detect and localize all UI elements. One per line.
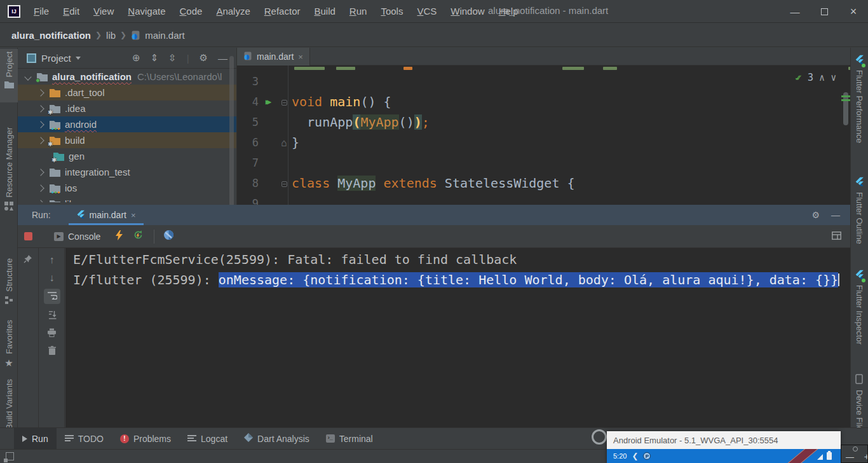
toolbar-tab-dart-analysis[interactable]: Dart Analysis <box>236 428 318 450</box>
project-panel-title[interactable]: Project <box>41 53 71 64</box>
code-editor[interactable]: 3 4 ▶▶ void main() { 5 runApp(MyApp()); … <box>237 66 850 205</box>
breadcrumb-file[interactable]: main.dart <box>145 30 185 41</box>
run-main-gutter-icon[interactable]: ▶▶ <box>259 97 276 106</box>
toolbar-tab-todo[interactable]: TODO <box>57 428 112 450</box>
close-icon[interactable]: × <box>298 52 303 62</box>
close-button[interactable]: × <box>839 0 868 23</box>
dart-devtools-icon[interactable] <box>163 230 174 243</box>
stripe-tab-flutter-inspector[interactable]: Flutter Inspector <box>850 270 868 345</box>
chevron-right-icon[interactable] <box>37 137 44 144</box>
tool-window-toggler-icon[interactable] <box>6 452 14 460</box>
inspections-widget[interactable]: ✓✓ 3 ∧ ∨ <box>795 72 836 83</box>
soft-wrap-icon[interactable] <box>44 289 60 304</box>
print-icon[interactable] <box>47 328 57 340</box>
tree-item-lib[interactable]: lib <box>18 196 236 202</box>
layout-settings-icon[interactable] <box>832 231 841 242</box>
hide-panel-icon[interactable]: — <box>831 210 840 220</box>
menu-build[interactable]: Build <box>307 1 342 21</box>
locate-file-icon[interactable]: ⊕ <box>132 52 140 64</box>
stripe-tab-structure[interactable]: Structure <box>0 258 18 305</box>
next-problem-icon[interactable]: ∨ <box>831 72 836 83</box>
editor-tab-label: main.dart <box>257 52 294 62</box>
stripe-tab-flutter-performance[interactable]: Flutter Performance <box>850 55 868 143</box>
maximize-button[interactable] <box>810 0 839 23</box>
editor-tab-main-dart[interactable]: main.dart × <box>237 48 310 66</box>
tree-item-integration-test[interactable]: integration_test <box>18 164 236 180</box>
menu-run[interactable]: Run <box>342 1 374 21</box>
zoom-reset-icon[interactable] <box>853 446 858 452</box>
menu-edit[interactable]: Edit <box>56 1 86 21</box>
tree-item-idea[interactable]: ✱ .idea <box>18 100 236 116</box>
up-arrow-icon[interactable]: ↑ <box>50 254 55 266</box>
clipped-code-line <box>336 67 355 70</box>
stripe-tab-favorites[interactable]: Favorites ★ <box>0 320 18 369</box>
line-number: 6 <box>237 136 259 149</box>
menu-tools[interactable]: Tools <box>374 1 410 21</box>
toolbar-tab-terminal[interactable]: ›_ Terminal <box>318 428 381 450</box>
stripe-tab-project[interactable]: Project <box>0 49 18 102</box>
chevron-right-icon[interactable] <box>37 89 44 96</box>
run-tab-main-dart[interactable]: main.dart × <box>69 205 144 225</box>
left-tool-stripe <box>0 48 18 427</box>
tree-item-android[interactable]: android <box>18 116 236 132</box>
toolbar-tab-run[interactable]: Run <box>14 428 57 450</box>
stripe-tab-resource-manager[interactable]: Resource Manager <box>0 127 18 211</box>
console-tab[interactable]: ▶ Console <box>49 232 105 242</box>
project-panel-header: Project ⊕ ⇕ ⇳ | ⚙ — <box>18 48 236 69</box>
tree-item-gen[interactable]: ✱ gen <box>18 148 236 164</box>
menu-code[interactable]: Code <box>173 1 210 21</box>
tree-item-dart-tool[interactable]: .dart_tool <box>18 85 236 100</box>
scroll-to-end-icon[interactable] <box>48 310 57 322</box>
console-tab-label: Console <box>68 232 100 242</box>
emulator-window[interactable]: Android Emulator - 5.1_WVGA_API_30:5554 … <box>607 431 841 463</box>
minimize-button[interactable]: — <box>780 0 810 23</box>
fold-icon[interactable] <box>276 96 292 108</box>
emulator-title-bar[interactable]: Android Emulator - 5.1_WVGA_API_30:5554 <box>607 431 841 449</box>
chevron-down-icon[interactable] <box>24 73 31 80</box>
stop-button[interactable] <box>24 232 32 240</box>
collapse-all-icon[interactable]: ⇳ <box>168 52 177 64</box>
menu-analyze[interactable]: Analyze <box>209 1 257 21</box>
chevron-right-icon[interactable] <box>37 105 44 112</box>
chevron-right-icon[interactable] <box>37 121 44 128</box>
menu-window[interactable]: Window <box>444 1 491 21</box>
chevron-right-icon[interactable] <box>37 184 44 191</box>
chevron-right-icon[interactable] <box>37 169 44 176</box>
zoom-out-icon[interactable]: — <box>846 452 854 462</box>
prev-problem-icon[interactable]: ∧ <box>819 72 825 83</box>
hide-panel-icon[interactable]: — <box>218 53 227 64</box>
gear-icon[interactable]: ⚙ <box>811 210 820 220</box>
close-icon[interactable]: × <box>131 211 136 220</box>
inspections-count: 3 <box>808 72 813 83</box>
tree-item-build[interactable]: ✱ build <box>18 132 236 148</box>
chevron-right-icon[interactable] <box>37 200 44 202</box>
tree-item-root[interactable]: alura_notification C:\Users\Leonardo\l <box>18 69 236 85</box>
clear-trash-icon[interactable] <box>48 346 56 357</box>
console-output[interactable]: E/FlutterFcmService(25599): Fatal: faile… <box>65 248 850 427</box>
breadcrumb-project[interactable]: alura_notification <box>11 30 91 41</box>
hot-reload-bolt-icon[interactable] <box>116 230 123 243</box>
tree-item-ios[interactable]: ios <box>18 180 236 196</box>
toolbar-tab-logcat[interactable]: Logcat <box>179 428 236 450</box>
menu-navigate[interactable]: Navigate <box>121 1 172 21</box>
project-scrollbar[interactable] <box>229 56 234 209</box>
pin-icon[interactable] <box>24 254 32 266</box>
toolbar-tab-problems[interactable]: ! Problems <box>112 428 179 450</box>
menu-view[interactable]: View <box>86 1 121 21</box>
breadcrumb-dir[interactable]: lib <box>106 30 116 41</box>
menu-vcs[interactable]: VCS <box>410 1 444 21</box>
menu-file[interactable]: File <box>27 1 56 21</box>
run-panel-header: Run: main.dart × ⚙ — <box>18 205 850 225</box>
fold-icon[interactable] <box>276 177 292 190</box>
down-arrow-icon[interactable]: ↓ <box>50 272 55 284</box>
emulator-status-bar: 5:20 ❮ P <box>607 449 841 463</box>
hot-restart-icon[interactable] <box>133 230 144 243</box>
expand-all-icon[interactable]: ⇕ <box>150 52 158 64</box>
menu-refactor[interactable]: Refactor <box>257 1 308 21</box>
stripe-label: Build Variants <box>4 379 14 429</box>
stripe-tab-flutter-outline[interactable]: Flutter Outline <box>850 177 868 244</box>
zoom-in-icon[interactable]: + <box>864 452 868 462</box>
fold-end-icon[interactable]: ⌂ <box>276 137 292 149</box>
emulator-zoom-controls[interactable]: — + <box>841 445 868 463</box>
gear-icon[interactable]: ⚙ <box>200 52 208 64</box>
